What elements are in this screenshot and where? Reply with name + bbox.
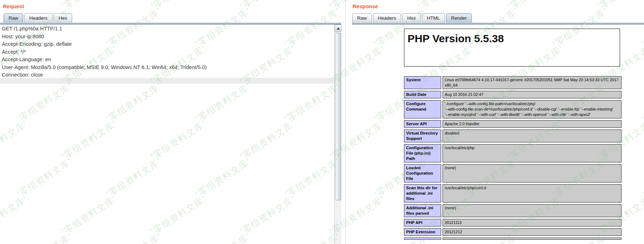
watermark-text: '零组资料文库' xyxy=(104,80,164,125)
watermark-text: '零组资料文库' xyxy=(0,118,30,163)
arrow-up-icon xyxy=(336,27,340,30)
info-row-value: 20121212 xyxy=(443,228,621,236)
watermark-text: '零组资料文库' xyxy=(104,155,164,200)
watermark-text: '零组资料文库' xyxy=(193,155,254,200)
watermark-text: '零组资料文库' xyxy=(238,118,298,163)
info-row-value: /usr/local/etc/php xyxy=(443,144,621,162)
info-row-label: Server API xyxy=(404,120,441,128)
response-tabline xyxy=(352,23,644,24)
php-version-box: PHP Version 5.5.38 xyxy=(404,29,620,67)
watermark-text: '零组资料文库' xyxy=(59,193,120,238)
watermark-text: '零组资料文库' xyxy=(283,80,343,125)
watermark-text: '零组资料文库' xyxy=(15,230,75,244)
info-row-value: Apache 2.0 Handler xyxy=(443,120,621,128)
info-row-label: Configure Command xyxy=(404,100,441,118)
scroll-up-button[interactable] xyxy=(335,24,341,32)
request-tabline xyxy=(0,23,341,24)
watermark-text: '零组资料文库' xyxy=(149,193,209,238)
watermark-text: '零组资料文库' xyxy=(640,80,644,125)
tab-response-hex[interactable]: Hex xyxy=(402,13,421,23)
watermark-text: '零组资料文库' xyxy=(59,118,120,163)
tab-response-render[interactable]: Render xyxy=(446,13,472,23)
info-row-value: (none) xyxy=(443,164,621,182)
watermark-text: '零组资料文库' xyxy=(416,0,477,12)
watermark-text: '零组资料文库' xyxy=(149,118,209,163)
watermark-text: '零组资料文库' xyxy=(15,155,75,200)
info-row-value: (none) xyxy=(443,204,621,217)
tab-response-headers[interactable]: Headers xyxy=(373,13,401,23)
info-row-value: disabled xyxy=(443,130,621,142)
response-panel-title: Response xyxy=(353,3,378,9)
request-line: Accept-Encoding: gzip, deflate xyxy=(2,40,330,48)
watermark-text: '零组资料文库' xyxy=(104,230,164,244)
request-line: GET /1.php%0a HTTP/1.1 xyxy=(2,25,330,33)
request-line: User-Agent: Mozilla/5.0 (compatible; MSI… xyxy=(2,64,330,72)
watermark-text: '零组资料文库' xyxy=(595,0,644,12)
info-row-label: Configuration File (php.ini) Path xyxy=(404,144,441,162)
info-row-label: PHP API xyxy=(404,219,441,226)
watermark-text: '零组资料文库' xyxy=(640,155,644,200)
info-row-label: Scan this dir for additional .ini files xyxy=(404,184,441,202)
info-row-label: Additional .ini files parsed xyxy=(404,204,441,217)
info-row-label: System xyxy=(404,76,441,89)
info-row-label: Build Date xyxy=(404,91,441,98)
watermark-text: '零组资料文库' xyxy=(193,230,254,244)
request-line: Accept-Language: en xyxy=(2,56,330,64)
panel-divider[interactable] xyxy=(345,0,346,244)
php-version-heading: PHP Version 5.5.38 xyxy=(408,33,620,45)
info-row-value: /usr/local/etc/php/conf.d xyxy=(443,184,621,202)
request-editor-gap xyxy=(0,78,334,84)
watermark-text: '零组资料文库' xyxy=(283,230,343,244)
request-tab-bar: RawHeadersHex xyxy=(4,13,73,23)
tab-response-html[interactable]: HTML xyxy=(422,13,445,23)
info-row-label xyxy=(404,238,441,240)
info-row-value: Aug 10 2016 21:02:47 xyxy=(443,91,621,98)
info-row-label: Virtual Directory Support xyxy=(404,130,441,142)
response-tab-bar: RawHeadersHexHTMLRender xyxy=(352,13,473,23)
tab-request-hex[interactable]: Hex xyxy=(54,13,72,23)
request-line: Accept: */* xyxy=(2,48,330,56)
request-line: Host: your-ip:8080 xyxy=(2,33,330,41)
watermark-text: '零组资料文库' xyxy=(640,5,644,50)
watermark-text: '零组资料文库' xyxy=(506,0,566,12)
tab-request-raw[interactable]: Raw xyxy=(4,13,23,23)
burp-message-viewer: Request RawHeadersHex GET /1.php%0a HTTP… xyxy=(0,0,644,244)
watermark-text: '零组资料文库' xyxy=(0,193,30,238)
info-row-label: Loaded Configuration File xyxy=(404,164,441,182)
watermark-text: '零组资料文库' xyxy=(238,0,298,12)
info-row-value: 20121113 xyxy=(443,219,621,226)
info-row-value: './configure' '--with-config-file-path=/… xyxy=(443,100,621,118)
tab-request-headers[interactable]: Headers xyxy=(24,13,53,23)
scrollbar-thumb[interactable] xyxy=(335,33,341,200)
watermark-text: '零组资料文库' xyxy=(640,230,644,244)
tab-response-raw[interactable]: Raw xyxy=(352,13,372,23)
request-raw-editor[interactable]: GET /1.php%0a HTTP/1.1Host: your-ip:8080… xyxy=(2,25,330,79)
info-row-label: PHP Extension xyxy=(404,228,441,236)
watermark-text: '零组资料文库' xyxy=(193,80,254,125)
info-row-value: Linux e0709fe64674 4.10.17-041017-generi… xyxy=(443,76,621,89)
watermark-text: '零组资料文库' xyxy=(238,193,298,238)
watermark-text: '零组资料文库' xyxy=(59,0,120,12)
watermark-text: '零组资料文库' xyxy=(283,155,343,200)
watermark-text: '零组资料文库' xyxy=(15,80,75,125)
request-vertical-scrollbar[interactable] xyxy=(334,24,341,244)
phpinfo-table: SystemLinux e0709fe64674 4.10.17-041017-… xyxy=(404,76,621,240)
info-row-value xyxy=(443,238,621,240)
watermark-text: '零组资料文库' xyxy=(149,0,209,12)
request-panel-title: Request xyxy=(3,3,24,9)
